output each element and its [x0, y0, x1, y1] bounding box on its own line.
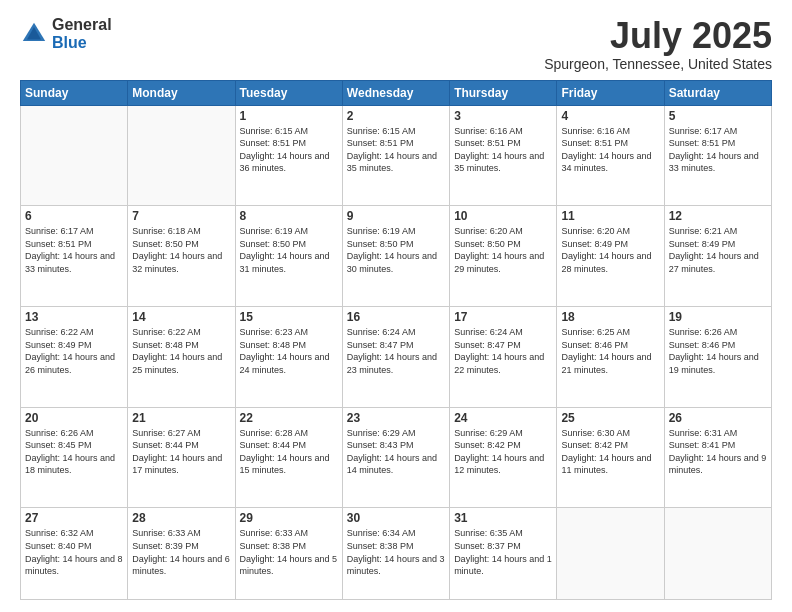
day-cell-4-5 — [557, 508, 664, 600]
location: Spurgeon, Tennessee, United States — [544, 56, 772, 72]
cell-info: Sunrise: 6:28 AM Sunset: 8:44 PM Dayligh… — [240, 427, 338, 477]
cell-info: Sunrise: 6:19 AM Sunset: 8:50 PM Dayligh… — [240, 225, 338, 275]
week-row-5: 27 Sunrise: 6:32 AM Sunset: 8:40 PM Dayl… — [21, 508, 772, 600]
day-cell-2-3: 16 Sunrise: 6:24 AM Sunset: 8:47 PM Dayl… — [342, 307, 449, 408]
day-cell-4-4: 31 Sunrise: 6:35 AM Sunset: 8:37 PM Dayl… — [450, 508, 557, 600]
day-number: 5 — [669, 109, 767, 123]
cell-info: Sunrise: 6:25 AM Sunset: 8:46 PM Dayligh… — [561, 326, 659, 376]
day-cell-3-0: 20 Sunrise: 6:26 AM Sunset: 8:45 PM Dayl… — [21, 407, 128, 508]
header-friday: Friday — [557, 80, 664, 105]
day-number: 24 — [454, 411, 552, 425]
sunset: Sunset: 8:49 PM — [561, 239, 628, 249]
day-cell-0-5: 4 Sunrise: 6:16 AM Sunset: 8:51 PM Dayli… — [557, 105, 664, 206]
sunset: Sunset: 8:51 PM — [25, 239, 92, 249]
daylight: Daylight: 14 hours and 35 minutes. — [454, 151, 544, 174]
sunset: Sunset: 8:48 PM — [132, 340, 199, 350]
day-cell-4-0: 27 Sunrise: 6:32 AM Sunset: 8:40 PM Dayl… — [21, 508, 128, 600]
daylight: Daylight: 14 hours and 8 minutes. — [25, 554, 123, 577]
daylight: Daylight: 14 hours and 5 minutes. — [240, 554, 338, 577]
day-number: 10 — [454, 209, 552, 223]
day-number: 6 — [25, 209, 123, 223]
cell-info: Sunrise: 6:32 AM Sunset: 8:40 PM Dayligh… — [25, 527, 123, 577]
daylight: Daylight: 14 hours and 36 minutes. — [240, 151, 330, 174]
sunrise: Sunrise: 6:17 AM — [25, 226, 94, 236]
sunrise: Sunrise: 6:29 AM — [347, 428, 416, 438]
day-number: 17 — [454, 310, 552, 324]
day-number: 16 — [347, 310, 445, 324]
day-cell-2-2: 15 Sunrise: 6:23 AM Sunset: 8:48 PM Dayl… — [235, 307, 342, 408]
sunset: Sunset: 8:42 PM — [454, 440, 521, 450]
sunrise: Sunrise: 6:33 AM — [240, 528, 309, 538]
day-number: 15 — [240, 310, 338, 324]
daylight: Daylight: 14 hours and 35 minutes. — [347, 151, 437, 174]
day-number: 18 — [561, 310, 659, 324]
sunrise: Sunrise: 6:26 AM — [669, 327, 738, 337]
cell-info: Sunrise: 6:19 AM Sunset: 8:50 PM Dayligh… — [347, 225, 445, 275]
cell-info: Sunrise: 6:23 AM Sunset: 8:48 PM Dayligh… — [240, 326, 338, 376]
sunrise: Sunrise: 6:23 AM — [240, 327, 309, 337]
cell-info: Sunrise: 6:35 AM Sunset: 8:37 PM Dayligh… — [454, 527, 552, 577]
day-number: 14 — [132, 310, 230, 324]
daylight: Daylight: 14 hours and 23 minutes. — [347, 352, 437, 375]
daylight: Daylight: 14 hours and 9 minutes. — [669, 453, 767, 476]
sunset: Sunset: 8:48 PM — [240, 340, 307, 350]
sunrise: Sunrise: 6:26 AM — [25, 428, 94, 438]
sunset: Sunset: 8:50 PM — [347, 239, 414, 249]
sunrise: Sunrise: 6:22 AM — [132, 327, 201, 337]
daylight: Daylight: 14 hours and 19 minutes. — [669, 352, 759, 375]
daylight: Daylight: 14 hours and 32 minutes. — [132, 251, 222, 274]
cell-info: Sunrise: 6:24 AM Sunset: 8:47 PM Dayligh… — [454, 326, 552, 376]
day-number: 28 — [132, 511, 230, 525]
logo-general-text: General — [52, 16, 112, 34]
sunrise: Sunrise: 6:25 AM — [561, 327, 630, 337]
sunset: Sunset: 8:46 PM — [669, 340, 736, 350]
day-cell-0-4: 3 Sunrise: 6:16 AM Sunset: 8:51 PM Dayli… — [450, 105, 557, 206]
sunrise: Sunrise: 6:35 AM — [454, 528, 523, 538]
day-number: 8 — [240, 209, 338, 223]
sunrise: Sunrise: 6:29 AM — [454, 428, 523, 438]
cell-info: Sunrise: 6:16 AM Sunset: 8:51 PM Dayligh… — [454, 125, 552, 175]
day-cell-1-1: 7 Sunrise: 6:18 AM Sunset: 8:50 PM Dayli… — [128, 206, 235, 307]
title-section: July 2025 Spurgeon, Tennessee, United St… — [544, 16, 772, 72]
daylight: Daylight: 14 hours and 12 minutes. — [454, 453, 544, 476]
sunrise: Sunrise: 6:31 AM — [669, 428, 738, 438]
sunset: Sunset: 8:51 PM — [347, 138, 414, 148]
daylight: Daylight: 14 hours and 29 minutes. — [454, 251, 544, 274]
cell-info: Sunrise: 6:22 AM Sunset: 8:49 PM Dayligh… — [25, 326, 123, 376]
sunset: Sunset: 8:51 PM — [454, 138, 521, 148]
day-number: 23 — [347, 411, 445, 425]
sunrise: Sunrise: 6:20 AM — [561, 226, 630, 236]
day-cell-0-2: 1 Sunrise: 6:15 AM Sunset: 8:51 PM Dayli… — [235, 105, 342, 206]
day-cell-3-2: 22 Sunrise: 6:28 AM Sunset: 8:44 PM Dayl… — [235, 407, 342, 508]
sunrise: Sunrise: 6:20 AM — [454, 226, 523, 236]
day-cell-3-6: 26 Sunrise: 6:31 AM Sunset: 8:41 PM Dayl… — [664, 407, 771, 508]
day-number: 9 — [347, 209, 445, 223]
sunrise: Sunrise: 6:34 AM — [347, 528, 416, 538]
sunset: Sunset: 8:38 PM — [347, 541, 414, 551]
sunset: Sunset: 8:39 PM — [132, 541, 199, 551]
sunset: Sunset: 8:43 PM — [347, 440, 414, 450]
sunrise: Sunrise: 6:16 AM — [454, 126, 523, 136]
daylight: Daylight: 14 hours and 1 minute. — [454, 554, 552, 577]
day-number: 1 — [240, 109, 338, 123]
daylight: Daylight: 14 hours and 18 minutes. — [25, 453, 115, 476]
week-row-4: 20 Sunrise: 6:26 AM Sunset: 8:45 PM Dayl… — [21, 407, 772, 508]
cell-info: Sunrise: 6:34 AM Sunset: 8:38 PM Dayligh… — [347, 527, 445, 577]
day-cell-0-6: 5 Sunrise: 6:17 AM Sunset: 8:51 PM Dayli… — [664, 105, 771, 206]
day-number: 29 — [240, 511, 338, 525]
cell-info: Sunrise: 6:20 AM Sunset: 8:50 PM Dayligh… — [454, 225, 552, 275]
cell-info: Sunrise: 6:26 AM Sunset: 8:46 PM Dayligh… — [669, 326, 767, 376]
week-row-2: 6 Sunrise: 6:17 AM Sunset: 8:51 PM Dayli… — [21, 206, 772, 307]
cell-info: Sunrise: 6:20 AM Sunset: 8:49 PM Dayligh… — [561, 225, 659, 275]
day-cell-3-4: 24 Sunrise: 6:29 AM Sunset: 8:42 PM Dayl… — [450, 407, 557, 508]
cell-info: Sunrise: 6:22 AM Sunset: 8:48 PM Dayligh… — [132, 326, 230, 376]
sunset: Sunset: 8:44 PM — [240, 440, 307, 450]
day-number: 19 — [669, 310, 767, 324]
day-number: 20 — [25, 411, 123, 425]
sunset: Sunset: 8:50 PM — [240, 239, 307, 249]
sunset: Sunset: 8:49 PM — [25, 340, 92, 350]
sunrise: Sunrise: 6:30 AM — [561, 428, 630, 438]
header-tuesday: Tuesday — [235, 80, 342, 105]
day-cell-2-6: 19 Sunrise: 6:26 AM Sunset: 8:46 PM Dayl… — [664, 307, 771, 408]
day-cell-2-5: 18 Sunrise: 6:25 AM Sunset: 8:46 PM Dayl… — [557, 307, 664, 408]
